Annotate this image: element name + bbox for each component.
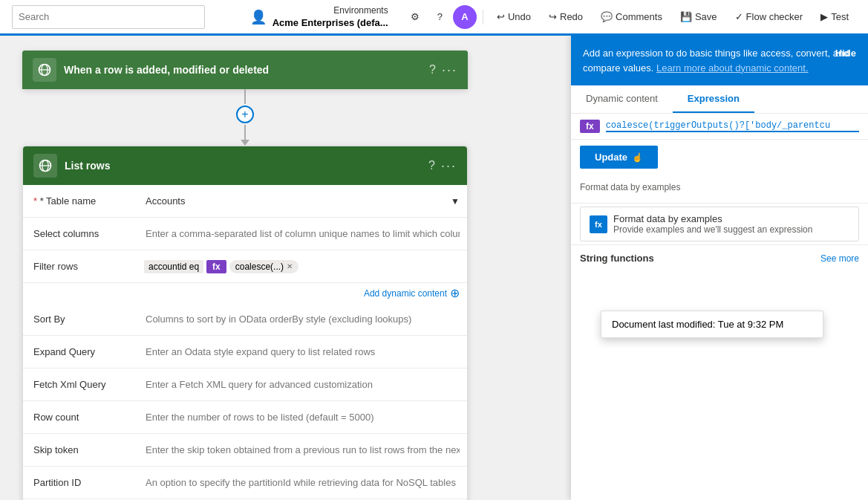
separator [483,10,483,25]
trigger-header[interactable]: When a row is added, modified or deleted… [22,51,468,89]
update-button[interactable]: Update ☝ [580,146,658,169]
table-name-label: * * Table name [23,189,138,212]
trigger-icon [33,58,56,82]
topbar-right: 👤 Environments Acme Enterprises (defa...… [250,5,856,29]
tooltip-text: Document last modified: Tue at 9:32 PM [612,319,783,330]
canvas: When a row is added, modified or deleted… [0,36,868,500]
search-input[interactable] [12,5,205,29]
action-more-icon[interactable]: ··· [441,158,457,174]
filter-rows-content: accountid eq fx coalesce(...) ✕ [138,256,304,278]
row-count-input[interactable] [138,407,467,427]
test-label: Test [831,11,849,22]
save-label: Save [695,11,717,22]
table-name-row: * * Table name Accounts ▼ [23,185,467,218]
skip-token-label: Skip token [23,438,138,461]
comments-icon: 💬 [601,11,613,22]
select-columns-input[interactable] [138,224,467,244]
save-icon: 💾 [680,11,692,22]
right-panel: Add an expression to do basic things lik… [571,36,868,500]
sort-by-row: Sort By [23,303,467,336]
redo-label: Redo [560,11,583,22]
row-count-row: Row count [23,401,467,434]
filter-remove-icon[interactable]: ✕ [287,262,293,270]
flow-checker-label: Flow checker [746,11,803,22]
skip-token-row: Skip token [23,434,467,467]
topbar: 👤 Environments Acme Enterprises (defa...… [0,0,868,36]
expand-query-row: Expand Query [23,336,467,368]
fetch-xml-label: Fetch Xml Query [23,373,138,396]
partition-id-label: Partition ID [23,471,138,494]
tooltip: Document last modified: Tue at 9:32 PM [601,311,823,338]
environment-info: Environments Acme Enterprises (defa... [273,5,388,28]
formula-title: Format data by examples [613,213,812,224]
string-functions-label: String functions [580,253,654,264]
update-label: Update [595,152,627,163]
expand-query-label: Expand Query [23,340,138,363]
action-node: List rows ? ··· * * Table name Accounts [22,146,468,500]
undo-button[interactable]: ↩ Undo [489,8,538,25]
tab-expression[interactable]: Expression [673,85,754,113]
string-functions-row: String functions See more [571,244,868,271]
trigger-actions: ? ··· [429,62,457,78]
partition-id-input[interactable] [138,473,467,493]
help-button[interactable]: ? [430,8,450,25]
environment-section: 👤 Environments Acme Enterprises (defa... [250,5,388,28]
format-by-examples-row[interactable]: fx Format data by examples Provide examp… [580,207,859,241]
partition-id-row: Partition ID [23,467,467,499]
table-name-select[interactable]: Accounts [138,191,467,211]
panel-learn-more-link[interactable]: Learn more about dynamic content. [656,62,809,74]
panel-tabs: Dynamic content Expression [571,85,868,114]
trigger-more-icon[interactable]: ··· [442,62,457,78]
tab-dynamic-content[interactable]: Dynamic content [571,85,673,113]
action-help-icon[interactable]: ? [428,159,435,172]
sort-by-input[interactable] [138,309,467,329]
sort-by-label: Sort By [23,308,138,331]
expression-input[interactable] [606,120,859,132]
test-button[interactable]: ▶ Test [813,8,856,25]
fetch-xml-row: Fetch Xml Query [23,368,467,401]
redo-button[interactable]: ↪ Redo [541,8,590,25]
add-dynamic-content-label: Add dynamic content [364,288,447,299]
trigger-title: When a row is added, modified or deleted [64,64,422,76]
action-icon [33,154,57,178]
add-dynamic-content-row[interactable]: Add dynamic content ⊕ [23,283,467,303]
environment-name: Acme Enterprises (defa... [273,17,388,28]
filter-fx-button[interactable]: fx [206,260,226,273]
cursor-icon: ☝ [632,152,643,163]
select-columns-label: Select columns [23,222,138,245]
help-icon: ? [437,11,443,22]
save-button[interactable]: 💾 Save [673,8,725,25]
avatar[interactable]: A [453,5,477,29]
skip-token-input[interactable] [138,440,467,460]
fetch-xml-input[interactable] [138,374,467,395]
expression-input-row: fx [571,114,868,140]
flow-container: When a row is added, modified or deleted… [22,51,468,500]
coalesce-label: coalesce(...) [235,262,284,272]
add-step-button[interactable]: + [236,105,254,123]
connector-line-1 [244,89,246,104]
add-icon: ⊕ [450,286,460,300]
formula-content: Format data by examples Provide examples… [613,213,812,235]
flow-checker-button[interactable]: ✓ Flow checker [728,8,811,25]
action-actions: ? ··· [428,158,457,174]
comments-button[interactable]: 💬 Comments [593,8,670,25]
action-header[interactable]: List rows ? ··· [23,146,467,185]
action-title: List rows [65,160,421,172]
settings-button[interactable]: ⚙ [403,8,427,25]
expand-query-input[interactable] [138,342,467,362]
formula-icon: fx [590,215,607,233]
panel-header: Add an expression to do basic things lik… [571,36,868,85]
undo-label: Undo [508,11,531,22]
environment-label: Environments [273,5,388,17]
connector-line-2 [244,125,246,140]
dataverse-icon [37,62,52,77]
filter-rows-label: Filter rows [23,255,138,278]
table-name-select-wrap: Accounts ▼ [138,191,467,211]
fx-label: fx [580,120,600,133]
see-more-button[interactable]: See more [820,253,859,264]
panel-hide-button[interactable]: Hide [835,46,856,61]
arrow-down [241,140,249,146]
trigger-help-icon[interactable]: ? [429,63,436,77]
format-label: Format data by examples [580,182,859,192]
panel-header-text: Add an expression to do basic things lik… [583,46,856,75]
